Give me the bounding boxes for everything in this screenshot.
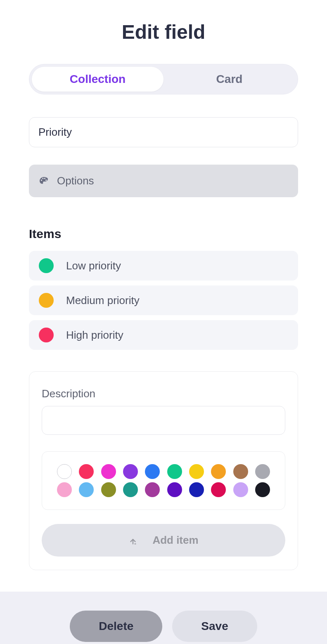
color-swatch [39,293,54,308]
color-swatch [39,328,54,342]
save-button[interactable]: Save [172,611,257,642]
tab-collection[interactable]: Collection [32,67,164,92]
delete-button[interactable]: Delete [70,611,162,642]
upload-icon [128,536,137,545]
palette-color-3[interactable] [123,464,138,479]
palette-color-10[interactable] [57,482,72,497]
footer-bar: Delete Save [0,592,327,644]
items-list: Low priority Medium priority High priori… [29,251,298,350]
palette-icon [39,176,49,186]
tab-control: Collection Card [29,64,298,94]
description-label: Description [42,387,285,400]
options-row[interactable]: Options [29,165,298,197]
item-row-high[interactable]: High priority [29,320,298,350]
item-row-low[interactable]: Low priority [29,251,298,281]
palette-color-2[interactable] [101,464,116,479]
palette-color-4[interactable] [145,464,160,479]
palette-color-8[interactable] [233,464,248,479]
palette-color-17[interactable] [211,482,226,497]
palette-color-1[interactable] [79,464,94,479]
palette-color-7[interactable] [211,464,226,479]
options-label: Options [57,175,94,187]
palette-color-6[interactable] [189,464,204,479]
palette-color-12[interactable] [101,482,116,497]
new-item-panel: Description [29,371,298,570]
field-name-input[interactable] [29,117,298,147]
item-row-medium[interactable]: Medium priority [29,285,298,315]
item-label: High priority [66,329,123,342]
items-heading: Items [29,227,298,241]
palette-color-0[interactable] [57,464,72,479]
palette-color-14[interactable] [145,482,160,497]
add-item-button[interactable]: Add item [42,524,285,557]
palette-color-19[interactable] [255,482,270,497]
item-label: Low priority [66,259,121,272]
palette-color-16[interactable] [189,482,204,497]
item-label: Medium priority [66,294,140,307]
page-title: Edit field [29,21,298,43]
add-item-label: Add item [152,534,198,547]
palette-color-15[interactable] [167,482,182,497]
palette-color-13[interactable] [123,482,138,497]
color-palette [42,451,285,510]
color-swatch [39,258,54,273]
palette-color-18[interactable] [233,482,248,497]
tab-card[interactable]: Card [164,67,295,92]
palette-color-9[interactable] [255,464,270,479]
palette-color-11[interactable] [79,482,94,497]
description-input[interactable] [42,406,285,435]
palette-color-5[interactable] [167,464,182,479]
